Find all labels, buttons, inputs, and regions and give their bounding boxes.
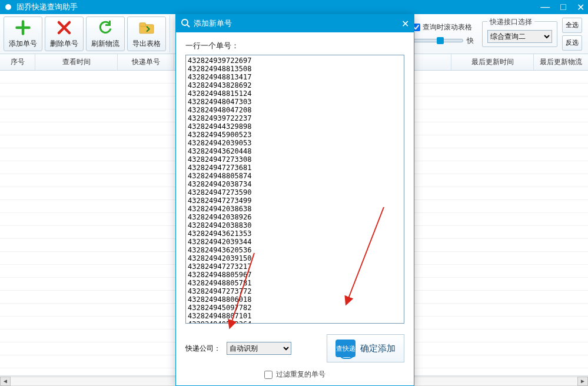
- minimize-icon[interactable]: —: [540, 2, 550, 13]
- confirm-add-label: 确定添加: [360, 343, 396, 354]
- modal-close-icon[interactable]: ✕: [401, 18, 409, 29]
- refresh-icon: [97, 19, 114, 36]
- modal-titlebar: 添加新单号 ✕: [176, 15, 414, 32]
- search-express-icon: 查快递: [335, 340, 356, 357]
- add-tracking-label: 添加单号: [9, 39, 37, 49]
- col-tracking[interactable]: 快递单号: [118, 54, 174, 70]
- plus-icon: [14, 19, 32, 36]
- close-icon[interactable]: ✕: [577, 2, 584, 13]
- col-last-logistics[interactable]: 最后更新物流: [534, 54, 588, 70]
- scroll-speed-slider[interactable]: [413, 39, 463, 42]
- svg-rect-3: [139, 23, 146, 26]
- interface-select[interactable]: 综合查询二: [487, 30, 552, 43]
- tracking-numbers-textarea[interactable]: [186, 55, 404, 323]
- svg-line-1: [11, 9, 12, 11]
- add-tracking-button[interactable]: 添加单号: [4, 16, 42, 51]
- scroll-checkbox-label: 查询时滚动表格: [423, 22, 472, 32]
- modal-title: 添加新单号: [194, 18, 401, 29]
- select-all-button[interactable]: 全选: [562, 18, 582, 33]
- company-label: 快递公司：: [185, 344, 221, 354]
- app-title: 固乔快递查询助手: [16, 2, 540, 12]
- folder-icon: [138, 19, 155, 36]
- col-query-time[interactable]: 查看时间: [35, 54, 118, 70]
- delete-tracking-label: 删除单号: [50, 39, 78, 49]
- svg-point-4: [182, 19, 188, 25]
- export-label: 导出表格: [132, 39, 161, 49]
- add-tracking-modal: 添加新单号 ✕ 一行一个单号： 快递公司： 自动识别 查快递 确定添加 过滤重复…: [175, 14, 414, 386]
- confirm-add-button[interactable]: 查快递 确定添加: [327, 334, 404, 362]
- col-seq[interactable]: 序号: [0, 54, 35, 70]
- delete-tracking-button[interactable]: 删除单号: [45, 16, 84, 51]
- maximize-icon[interactable]: □: [560, 2, 566, 13]
- app-icon: [4, 2, 13, 12]
- speed-label: 快: [467, 36, 474, 46]
- scroll-left-arrow[interactable]: ◄: [0, 377, 11, 386]
- col-last-update[interactable]: 最后更新时间: [451, 54, 534, 70]
- x-icon: [55, 19, 73, 36]
- invert-select-button[interactable]: 反选: [562, 35, 582, 51]
- courier-company-select[interactable]: 自动识别: [227, 342, 291, 355]
- titlebar: 固乔快递查询助手 — □ ✕: [0, 0, 588, 14]
- svg-line-5: [187, 25, 190, 27]
- one-per-line-label: 一行一个单号：: [185, 41, 404, 51]
- interface-legend: 快递接口选择: [487, 17, 534, 27]
- filter-duplicates-checkbox[interactable]: [264, 371, 273, 379]
- modal-icon: [181, 18, 190, 29]
- refresh-label: 刷新物流: [91, 39, 119, 49]
- export-button[interactable]: 导出表格: [127, 16, 166, 51]
- filter-duplicates-label: 过滤重复的单号: [276, 370, 325, 380]
- interface-fieldset: 快递接口选择 综合查询二: [482, 21, 557, 47]
- scroll-right-arrow[interactable]: ►: [577, 377, 588, 386]
- refresh-button[interactable]: 刷新物流: [86, 16, 125, 51]
- scroll-option-group: 查询时滚动表格 快: [409, 20, 477, 48]
